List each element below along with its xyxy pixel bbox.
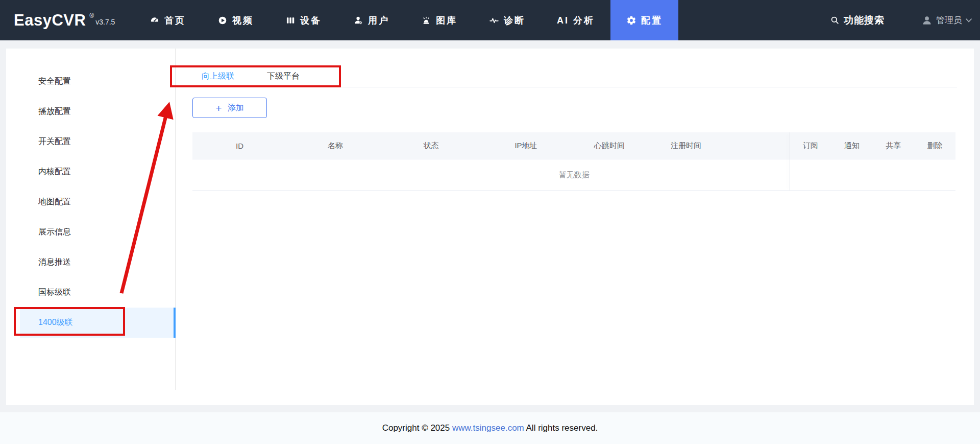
sidebar-item-label: 消息推送 <box>38 257 71 268</box>
navbar-right: 功能搜索 管理员 <box>830 0 980 40</box>
sidebar-item-label: 国标级联 <box>38 287 71 298</box>
add-button[interactable]: + 添加 <box>192 98 267 118</box>
user-menu[interactable]: 管理员 <box>921 14 972 26</box>
gear-icon <box>626 15 636 26</box>
device-icon <box>285 15 296 26</box>
nav-item-label: 用户 <box>368 14 389 27</box>
table-header-fixed: 订阅 通知 共享 删除 <box>790 132 955 159</box>
rights-text: All rights reserved. <box>524 423 598 433</box>
column-header-status: 状态 <box>384 132 478 159</box>
nav-item-label: 图库 <box>436 14 457 27</box>
top-navbar: EasyCVR ® v3.7.5 首页 视频 <box>0 0 980 40</box>
column-header-register-time: 注册时间 <box>645 132 727 159</box>
sidebar-item-label: 开关配置 <box>38 136 71 147</box>
version-label: v3.7.5 <box>95 18 115 26</box>
plus-icon: + <box>215 103 222 113</box>
sidebar-item-switch-config[interactable]: 开关配置 <box>6 127 176 157</box>
search-label: 功能搜索 <box>844 14 885 27</box>
tab-upstream-cascade[interactable]: 向上级联 <box>202 66 234 87</box>
tsingsee-link[interactable]: www.tsingsee.com <box>452 423 524 433</box>
add-button-label: 添加 <box>228 103 244 113</box>
cascade-table: ID 名称 状态 IP地址 心跳时间 注册时间 订阅 通知 共享 删除 <box>192 132 955 191</box>
nav-item-label: 配置 <box>641 14 663 27</box>
sidebar-item-label: 地图配置 <box>38 197 71 207</box>
table-header-main: ID 名称 状态 IP地址 心跳时间 注册时间 <box>192 132 790 159</box>
function-search[interactable]: 功能搜索 <box>830 14 885 27</box>
sidebar-item-gb-cascade[interactable]: 国标级联 <box>6 277 176 308</box>
nav-item-label: 视频 <box>232 14 254 27</box>
column-header-share: 共享 <box>873 132 914 159</box>
column-header-notify: 通知 <box>831 132 872 159</box>
brand-logo[interactable]: EasyCVR ® v3.7.5 <box>14 0 115 40</box>
empty-state-text: 暂无数据 <box>192 159 955 190</box>
table-empty-row: 暂无数据 <box>192 159 955 191</box>
main-card: 安全配置 播放配置 开关配置 内核配置 地图配置 展示信息 消息推送 国标级联 … <box>6 49 974 405</box>
sidebar-item-map-config[interactable]: 地图配置 <box>6 187 176 217</box>
sidebar-menu: 安全配置 播放配置 开关配置 内核配置 地图配置 展示信息 消息推送 国标级联 … <box>6 66 176 338</box>
nav-item-label: 设备 <box>300 14 322 27</box>
content-panel: 向上级联 下级平台 + 添加 ID 名称 状态 IP地址 心跳时间 注册时间 <box>176 49 974 405</box>
nav-item-gallery[interactable]: 图库 <box>405 0 473 40</box>
brand-name: EasyCVR <box>14 11 86 30</box>
column-header-subscribe: 订阅 <box>790 132 831 159</box>
nav-item-users[interactable]: 用户 <box>337 0 405 40</box>
easycvr-app: EasyCVR ® v3.7.5 首页 视频 <box>0 0 980 444</box>
cascade-tabs: 向上级联 下级平台 <box>176 66 957 87</box>
main-nav-menu: 首页 视频 设备 <box>134 0 678 40</box>
sidebar-item-security-config[interactable]: 安全配置 <box>6 66 176 97</box>
nav-item-label: 诊断 <box>504 14 525 27</box>
pulse-icon <box>489 15 499 26</box>
fixed-column-divider <box>790 132 790 191</box>
avatar-icon <box>921 15 933 26</box>
column-header-spacer <box>727 132 790 159</box>
sidebar-item-label: 内核配置 <box>38 167 71 177</box>
registered-mark: ® <box>89 12 94 19</box>
sidebar-item-label: 安全配置 <box>38 76 71 87</box>
tab-subordinate-platform[interactable]: 下级平台 <box>267 66 300 87</box>
column-header-ip: IP地址 <box>478 132 574 159</box>
user-label: 管理员 <box>936 14 962 26</box>
sidebar-item-label: 1400级联 <box>38 317 73 328</box>
nav-item-config[interactable]: 配置 <box>610 0 678 40</box>
sidebar-item-display-info[interactable]: 展示信息 <box>6 217 176 247</box>
nav-item-devices[interactable]: 设备 <box>270 0 337 40</box>
sidebar-item-label: 展示信息 <box>38 227 71 238</box>
settings-sidebar: 安全配置 播放配置 开关配置 内核配置 地图配置 展示信息 消息推送 国标级联 … <box>6 49 176 390</box>
nav-item-video[interactable]: 视频 <box>202 0 270 40</box>
nav-item-label: AI 分析 <box>557 14 595 27</box>
user-icon <box>353 15 363 26</box>
sidebar-item-1400-cascade[interactable]: 1400级联 <box>20 308 176 338</box>
play-icon <box>217 15 228 26</box>
copyright-text: Copyright © 2025 <box>382 423 452 433</box>
column-header-heartbeat: 心跳时间 <box>574 132 645 159</box>
page-footer: Copyright © 2025 www.tsingsee.com All ri… <box>0 412 980 444</box>
chevron-down-icon <box>966 18 972 22</box>
sidebar-item-playback-config[interactable]: 播放配置 <box>6 97 176 127</box>
column-header-name: 名称 <box>287 132 384 159</box>
sidebar-item-kernel-config[interactable]: 内核配置 <box>6 157 176 187</box>
column-header-id: ID <box>192 132 287 159</box>
nav-item-diagnosis[interactable]: 诊断 <box>473 0 541 40</box>
nav-item-ai-analysis[interactable]: AI 分析 <box>541 0 610 40</box>
column-header-delete: 删除 <box>914 132 955 159</box>
search-icon <box>830 15 840 25</box>
nav-item-home[interactable]: 首页 <box>134 0 202 40</box>
sidebar-item-label: 播放配置 <box>38 106 71 117</box>
dashboard-icon <box>150 15 160 26</box>
table-header: ID 名称 状态 IP地址 心跳时间 注册时间 订阅 通知 共享 删除 <box>192 132 955 159</box>
nav-item-label: 首页 <box>164 14 186 27</box>
siren-icon <box>421 15 431 26</box>
sidebar-item-message-push[interactable]: 消息推送 <box>6 247 176 277</box>
